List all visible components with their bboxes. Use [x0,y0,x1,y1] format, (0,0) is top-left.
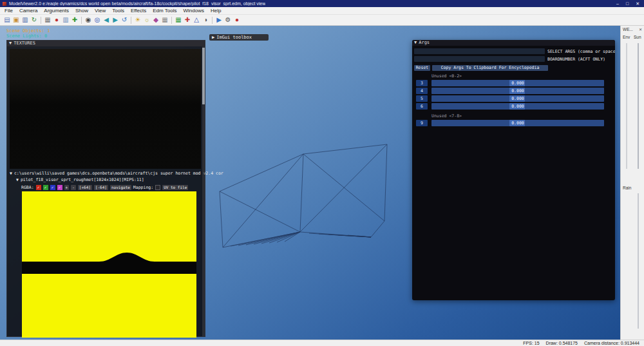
menu-item-help[interactable]: Help [207,8,224,14]
arg-value-slider[interactable]: 0.000 [431,103,604,110]
menu-item-view[interactable]: View [91,8,109,14]
imgui-toolbox-header[interactable]: ▶ ImGui toolbox [209,34,269,41]
screenshot-icon[interactable]: ▦ [43,17,52,23]
camera-distance-value: Camera distance: 0.913444 [584,341,639,345]
mapping-label: Mapping: [133,185,153,190]
arg-id-badge: 5 [416,95,428,102]
arg-id-badge: 6 [416,103,428,110]
menu-item-arguments[interactable]: Arguments [41,8,72,14]
viewport-3d[interactable]: Scene Objects: 1 Scene Lights: 0 ▶ ImGui… [0,26,644,340]
uv-to-file-button[interactable]: UV to file [162,185,188,190]
arg-value-text: 0.000 [431,80,604,86]
zoom-in-button[interactable]: + [64,185,70,190]
arg-value-text: 0.000 [431,95,604,102]
textures-scrollbar[interactable] [202,46,205,336]
menu-item-camera[interactable]: Camera [16,8,41,14]
menu-item-tools[interactable]: Tools [109,8,128,14]
texture-file-node[interactable]: ▼ pilot_f18_visor_sprt_roughmet[1024x102… [16,177,144,182]
toolbar-separator [41,17,41,24]
sun-slider[interactable] [638,43,639,169]
blue-channel-checkbox[interactable]: ✓ [50,185,55,190]
menu-item-edm-tools[interactable]: Edm Tools [149,8,180,14]
mapping-checkbox[interactable] [155,185,160,190]
wireframe-icon[interactable]: △ [192,17,201,23]
sun-icon[interactable]: ☀ [133,17,142,23]
rotate-icon[interactable]: ↺ [120,17,129,23]
prev-view-icon[interactable]: ◀ [102,17,111,23]
menu-item-file[interactable]: File [1,8,16,14]
toolbar-separator [81,17,82,24]
zoom-out-button[interactable]: - [71,185,76,190]
arg-row: 5 0.000 [412,95,615,102]
menu-item-show[interactable]: Show [72,8,91,14]
menu-item-effects[interactable]: Effects [128,8,149,14]
menu-item-windows[interactable]: Windows [180,8,207,14]
rain-label: Rain [623,186,631,190]
sun-label: Sun [634,35,641,39]
axes-icon[interactable]: ✚ [183,17,192,23]
weather-close-icon[interactable]: ✕ [639,27,642,32]
settings-icon[interactable]: ⚙ [223,17,232,23]
close-button[interactable]: ✕ [636,1,639,6]
copy-icon[interactable]: ▥ [61,17,70,23]
stop-icon[interactable]: ● [232,17,242,23]
texture-path-label: c:\users\willi\saved games\dcs.openbeta\… [14,171,223,176]
arg-value-slider[interactable]: 0.000 [431,80,604,86]
arg-row: 9 0.000 [412,120,615,126]
status-bar: FPS: 15 Draw: 0.548175 Camera distance: … [0,340,644,346]
toolbar-separator [171,17,172,24]
modelviewer-window: ModelViewer2.0 e:/eagle dynamics/dcs wor… [0,0,644,346]
scene-objects-count: Scene Objects: 1 [6,28,50,34]
textures-panel-title: TEXTURES [14,41,35,46]
rain-slider[interactable] [638,193,639,329]
open-folder-icon[interactable]: ▣ [12,17,21,23]
env-slider[interactable] [626,43,627,169]
bulb-icon[interactable]: ☼ [142,17,151,23]
toolbar-separator [131,17,131,24]
select-args-label: SELECT ARGS (comma or space s [547,49,615,54]
save-model-icon[interactable]: ▥ [21,17,30,23]
rgba-label: RGBA: [21,185,34,190]
add-object-icon[interactable]: ✚ [70,17,79,23]
reload-model-icon[interactable]: ↻ [30,17,39,23]
grid-icon[interactable]: ▦ [174,17,183,23]
collapse-down-icon: ▼ [9,41,12,46]
wireframe-model [213,132,393,251]
textures-panel-header[interactable]: ▼ TEXTURES [7,41,205,46]
args-panel-header[interactable]: ▼ Args [412,40,615,46]
alpha-channel-checkbox[interactable]: ✓ [57,185,62,190]
select-args-input[interactable] [414,48,545,54]
next-view-icon[interactable]: ▶ [111,17,120,23]
args-panel-title: Args [419,40,430,46]
camera-icon[interactable]: ◉ [84,17,93,23]
copy-args-button[interactable]: Copy Args To Clipboard For Encyclopedia [432,65,548,71]
fps-value: FPS: 15 [523,341,539,345]
boardnumber-label: BOARDNUMBER (ACFT ONLY) [547,57,605,62]
play-anim-icon[interactable]: ▶ [214,17,223,23]
red-channel-checkbox[interactable]: ✓ [36,185,41,190]
arg-value-slider[interactable]: 0.000 [431,120,604,126]
reset-button[interactable]: Reset [414,65,430,71]
record-icon[interactable]: ● [52,17,61,23]
args-panel: ▼ Args SELECT ARGS (comma or space s BOA… [412,40,615,300]
material-icon[interactable]: ◆ [151,17,160,23]
arg-value-text: 0.000 [431,120,604,126]
texture-icon[interactable]: ▦ [160,17,169,23]
navigate-button[interactable]: navigate [110,185,131,190]
shading-icon[interactable]: ◑ [201,17,210,23]
arg-value-slider[interactable]: 0.000 [431,88,604,94]
collapse-down-icon: ▼ [16,177,19,182]
plus64-button[interactable]: [+64] [78,185,92,190]
minus64-button[interactable]: [-64] [94,185,108,190]
minimize-button[interactable]: – [616,1,619,6]
boardnumber-input[interactable] [414,56,545,62]
textures-scrollbar-thumb[interactable] [202,48,205,104]
toolbar: ▤ ▣ ▥ ↻ ▦ ● ▥ ✚ ◉ ◎ ◀ ▶ ↺ ☀ ☼ ◆ ▦ ▦ ✚ △ … [0,15,644,26]
texture-path-node[interactable]: ▼ c:\users\willi\saved games\dcs.openbet… [10,171,223,176]
focus-icon[interactable]: ◎ [93,17,102,23]
green-channel-checkbox[interactable]: ✓ [43,185,48,190]
open-model-icon[interactable]: ▤ [3,17,12,23]
maximize-button[interactable]: □ [626,1,629,6]
arg-id-badge: 9 [416,120,428,126]
arg-value-slider[interactable]: 0.000 [431,95,604,102]
